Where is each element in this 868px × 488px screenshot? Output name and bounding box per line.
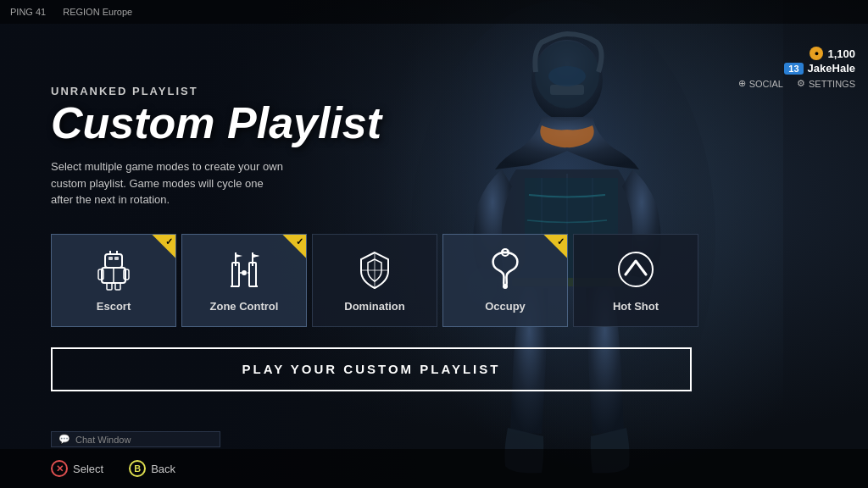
bottom-bar: ✕ Select B Back bbox=[0, 449, 868, 488]
region-info: REGION Europe bbox=[63, 7, 132, 17]
svg-rect-8 bbox=[108, 257, 113, 260]
ping-label: PING bbox=[10, 7, 33, 17]
region-label: REGION bbox=[63, 7, 99, 17]
top-bar: PING 41 REGION Europe bbox=[0, 0, 868, 24]
settings-icon: ⚙ bbox=[797, 78, 805, 89]
settings-label: SETTINGS bbox=[809, 79, 855, 89]
playlist-type-label: UNRANKED PLAYLIST bbox=[51, 85, 698, 97]
occupy-icon bbox=[483, 247, 527, 291]
play-button-label: PLAY YOUR CUSTOM PLAYLIST bbox=[242, 362, 501, 376]
social-label: SOCIAL bbox=[749, 79, 783, 89]
svg-rect-15 bbox=[115, 283, 120, 290]
top-bar-left: PING 41 REGION Europe bbox=[10, 7, 132, 17]
region-value: Europe bbox=[103, 7, 132, 17]
user-row: 13 JakeHale bbox=[738, 62, 855, 75]
back-action: B Back bbox=[129, 460, 175, 477]
mode-card-domination[interactable]: Domination bbox=[312, 234, 437, 327]
selected-badge-occupy: ✓ bbox=[543, 235, 567, 258]
ping-value: 41 bbox=[36, 7, 46, 17]
zone-control-mode-name: Zone Control bbox=[210, 300, 279, 313]
play-button[interactable]: PLAY YOUR CUSTOM PLAYLIST bbox=[51, 347, 692, 391]
svg-point-25 bbox=[502, 250, 504, 252]
nav-links: ⊕ SOCIAL ⚙ SETTINGS bbox=[738, 78, 855, 89]
ping-info: PING 41 bbox=[10, 7, 46, 17]
svg-rect-16 bbox=[232, 263, 239, 286]
mode-card-escort[interactable]: ✓ Escort bbox=[51, 234, 176, 327]
playlist-title: Custom Playlist bbox=[51, 101, 698, 145]
hot-shot-mode-name: Hot Shot bbox=[613, 300, 659, 313]
zone-control-icon bbox=[222, 247, 266, 291]
select-action: ✕ Select bbox=[51, 460, 103, 477]
svg-point-26 bbox=[507, 250, 509, 252]
svg-rect-14 bbox=[107, 283, 112, 290]
username: JakeHale bbox=[808, 62, 855, 75]
svg-rect-9 bbox=[114, 257, 119, 260]
main-content: UNRANKED PLAYLIST Custom Playlist Select… bbox=[51, 85, 698, 391]
user-panel: ● 1,100 13 JakeHale ⊕ SOCIAL ⚙ SETTINGS bbox=[738, 47, 855, 89]
chat-icon: 💬 bbox=[58, 434, 70, 445]
svg-point-27 bbox=[503, 284, 508, 289]
back-label: Back bbox=[151, 463, 175, 475]
hot-shot-icon bbox=[614, 247, 658, 291]
currency-icon: ● bbox=[810, 47, 823, 60]
currency-amount: 1,100 bbox=[827, 47, 855, 60]
mode-card-zone-control[interactable]: ✓ Zone Control bbox=[181, 234, 307, 327]
select-label: Select bbox=[73, 463, 103, 475]
escort-mode-name: Escort bbox=[97, 300, 131, 313]
chat-window[interactable]: 💬 Chat Window bbox=[51, 431, 220, 447]
domination-icon bbox=[353, 247, 397, 291]
escort-icon bbox=[92, 247, 136, 291]
svg-point-28 bbox=[619, 252, 653, 286]
occupy-mode-name: Occupy bbox=[485, 300, 526, 313]
b-button: B bbox=[129, 460, 146, 477]
svg-point-4 bbox=[548, 66, 586, 86]
svg-rect-17 bbox=[249, 263, 256, 286]
selected-badge-zone-control: ✓ bbox=[282, 235, 306, 258]
x-button: ✕ bbox=[51, 460, 68, 477]
selected-badge-escort: ✓ bbox=[152, 235, 175, 258]
modes-container: ✓ Escort bbox=[51, 234, 698, 327]
svg-rect-7 bbox=[105, 254, 122, 268]
svg-point-21 bbox=[242, 270, 247, 275]
currency-row: ● 1,100 bbox=[738, 47, 855, 60]
chat-label: Chat Window bbox=[75, 435, 131, 445]
domination-mode-name: Domination bbox=[344, 300, 405, 313]
settings-link[interactable]: ⚙ SETTINGS bbox=[797, 78, 855, 89]
playlist-description: Select multiple game modes to create you… bbox=[51, 158, 288, 208]
mode-card-hot-shot[interactable]: Hot Shot bbox=[573, 234, 698, 327]
social-link[interactable]: ⊕ SOCIAL bbox=[738, 78, 783, 89]
social-icon: ⊕ bbox=[738, 78, 746, 89]
mode-card-occupy[interactable]: ✓ Occupy bbox=[442, 234, 568, 327]
level-badge: 13 bbox=[784, 63, 803, 75]
